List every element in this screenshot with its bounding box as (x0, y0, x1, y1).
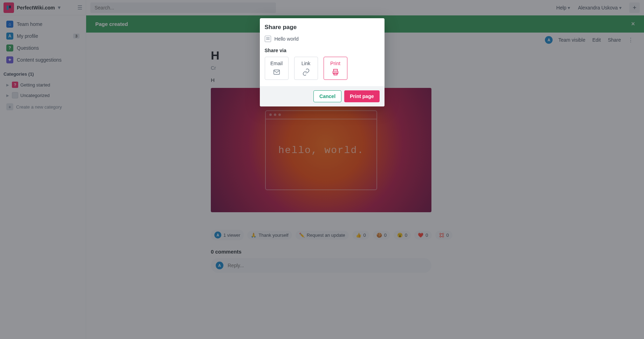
modal-overlay[interactable]: Share page Hello world Share via Email L… (0, 0, 644, 339)
share-modal: Share page Hello world Share via Email L… (260, 18, 385, 106)
print-icon (332, 68, 339, 76)
cancel-button[interactable]: Cancel (313, 90, 341, 102)
share-option-link[interactable]: Link (294, 57, 318, 80)
share-option-label: Email (270, 61, 283, 66)
print-page-button[interactable]: Print page (344, 90, 379, 102)
modal-footer: Cancel Print page (260, 86, 385, 106)
share-options: Email Link Print (265, 57, 380, 80)
modal-page-name: Hello world (275, 36, 299, 42)
link-icon (302, 68, 310, 76)
modal-title: Share page (265, 24, 380, 31)
email-icon (273, 68, 281, 76)
share-option-print[interactable]: Print (324, 57, 347, 80)
share-option-label: Print (330, 61, 340, 66)
modal-page-ref: Hello world (265, 36, 380, 42)
page-icon (265, 36, 271, 42)
share-option-label: Link (302, 61, 311, 66)
share-via-label: Share via (265, 48, 380, 53)
share-option-email[interactable]: Email (265, 57, 289, 80)
